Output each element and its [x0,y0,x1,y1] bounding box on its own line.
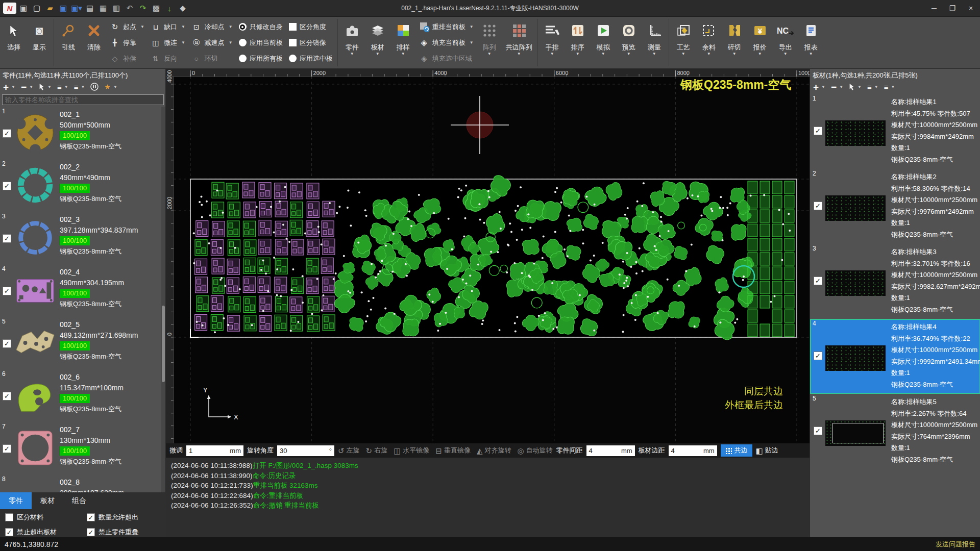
remove-button[interactable]: −▼ [21,82,33,92]
sheet-margin-input[interactable]: 4mm [669,445,717,456]
dropdown-arrow-icon[interactable]: ▼ [113,85,117,89]
part-checkbox[interactable]: ✓ [3,392,11,400]
fine-tune-input[interactable]: 1mm [186,445,243,456]
align-rotate-button[interactable]: ◭对齐旋转 [477,446,511,455]
add-button[interactable]: +▼ [813,82,825,92]
checkbox-icon[interactable] [289,23,297,31]
dropdown-arrow-icon[interactable]: ▼ [229,24,233,29]
pause-button[interactable] [90,83,99,91]
report-problem-link[interactable]: 发送问题报告 [936,540,975,549]
save-as-icon[interactable]: ▣▾ [70,2,83,14]
ribbon-item-应用选中板[interactable]: 应用选中板 [289,51,333,66]
radio-off-icon[interactable] [289,55,297,62]
common-edge-button[interactable]: 共边 [721,444,752,457]
ribbon-item-区分角度[interactable]: 区分角度 [289,19,333,34]
ribbon-item-缺口[interactable]: ⊔缺口▼ [151,19,185,34]
export-config-icon[interactable]: ▤ [84,2,96,14]
rotate-left-button[interactable]: ↺左旋 [338,446,360,455]
ribbon-item-环切[interactable]: ○环切 [191,51,233,66]
ribbon-button-quote[interactable]: ¥报价▼ [747,17,773,68]
nesting-canvas[interactable]: 0200040006000800010000400020000YX 钢板Q235… [166,69,810,443]
image-icon[interactable]: ▦ [97,2,109,14]
option-checkbox[interactable]: ✓ [87,528,95,536]
ribbon-item-冷却点[interactable]: ⊡冷却点▼ [191,19,233,34]
undo-icon[interactable]: ↶ [124,2,136,14]
option-checkbox[interactable]: ✓ [5,528,13,536]
dropdown-arrow-icon[interactable]: ▼ [470,24,474,29]
sheet-checkbox[interactable]: ✓ [814,202,822,210]
ribbon-button-sort[interactable]: 排序▼ [565,17,591,68]
open-folder-icon[interactable]: ▰ [44,2,56,14]
stamp-icon[interactable]: ◆ [177,2,189,14]
radio-off-icon[interactable] [239,39,247,46]
part-list-item[interactable]: 2✓002_2490mm*490mm100/100钢板Q235-8mm-空气 [0,159,166,212]
ribbon-button-preview[interactable]: 预览▼ [616,17,642,68]
part-search-input[interactable] [2,94,164,105]
database-icon[interactable]: ▥ [110,2,122,14]
sheet-checkbox[interactable]: ✓ [814,427,822,435]
part-list-item[interactable]: 8✓002_8300mm*107.639mm100/100钢板Q235-8mm-… [0,474,166,492]
part-list-item[interactable]: 3✓002_3397.128mm*394.837mm100/100钢板Q235-… [0,212,166,264]
rotate-angle-input[interactable]: 30° [277,445,334,456]
sheet-list-item[interactable]: 3✓名称:排样结果3利用率:32.701% 零件数:16板材尺寸:10000mm… [810,244,980,319]
ribbon-item-减速点[interactable]: ⓐ减速点▼ [191,35,233,50]
ribbon-item-微连[interactable]: ◫微连▼ [151,35,185,50]
ribbon-item-应用当前板[interactable]: 应用当前板 [239,35,283,50]
option-禁止零件重叠[interactable]: ✓禁止零件重叠 [87,527,166,537]
option-区分材料[interactable]: 区分材料 [5,512,87,522]
mirror-vertical-button[interactable]: ⊟垂直镜像 [435,446,471,455]
dropdown-arrow-icon[interactable]: ▼ [11,85,15,89]
ribbon-button-manual-nest[interactable]: 手排▼ [540,17,565,68]
ribbon-item-起点[interactable]: ↻起点▼ [110,19,144,34]
sheet-checkbox[interactable]: ✓ [814,352,822,360]
sort-button[interactable]: ≡▼ [57,83,68,91]
ribbon-item-反向[interactable]: ⇅反向 [151,51,185,66]
screen-icon[interactable]: ▣ [17,2,30,14]
ribbon-button-simulate[interactable]: 模拟▼ [591,17,616,68]
option-checkbox[interactable]: ✓ [87,513,95,521]
dropdown-arrow-icon[interactable]: ▼ [81,85,85,89]
part-gap-input[interactable]: 4mm [586,445,635,456]
ribbon-button-cursor[interactable]: 选择 [1,17,27,68]
minimize-button[interactable]: ─ [925,0,943,16]
ribbon-item-填充当前板[interactable]: ◈填充当前板▼ [419,35,474,50]
dropdown-arrow-icon[interactable]: ▼ [181,40,185,45]
auto-rotate-button[interactable]: ◎自动旋转 [517,446,552,455]
ribbon-button-clear[interactable]: 清除 [81,17,107,68]
option-数量允许超出[interactable]: ✓数量允许超出 [87,512,166,522]
restore-button[interactable]: ❐ [943,0,962,16]
select-button[interactable]: ▼ [849,83,862,91]
ribbon-item-区分镜像[interactable]: 区分镜像 [289,35,333,50]
option-禁止超出板材[interactable]: ✓禁止超出板材 [5,527,87,537]
dropdown-arrow-icon[interactable]: ▼ [470,40,474,45]
dropdown-arrow-icon[interactable]: ▼ [29,85,33,89]
settings-button[interactable]: ★▼ [104,83,117,90]
list-button[interactable]: ≡▼ [74,83,85,91]
ribbon-button-lead[interactable]: 引线 [56,17,81,68]
ribbon-button-remnant[interactable]: 余料▼ [696,17,722,68]
tab-板材[interactable]: 板材 [32,492,63,509]
dropdown-arrow-icon[interactable]: ▼ [140,24,144,29]
part-list-item[interactable]: 6✓002_6115.347mm*100mm100/100钢板Q235-8mm-… [0,369,166,422]
dropdown-arrow-icon[interactable]: ▼ [839,85,843,89]
radio-on-icon[interactable] [239,23,247,31]
part-list-item[interactable]: 4✓002_4490mm*304.195mm100/100钢板Q235-8mm-… [0,264,166,317]
ribbon-item-补偿[interactable]: ◇补偿 [110,51,144,66]
dropdown-arrow-icon[interactable]: ▼ [821,85,825,89]
snap-edge-button[interactable]: ◧ 贴边 [756,446,778,455]
sheet-checkbox[interactable]: ✓ [814,277,822,285]
import-icon[interactable]: ↓ [163,2,176,14]
ribbon-button-export-nc[interactable]: NC导出▼ [773,17,798,68]
sheet-list-item[interactable]: 2✓名称:排样结果2利用率:58.306% 零件数:14板材尺寸:10000mm… [810,169,980,244]
ribbon-button-report[interactable]: 报表▼ [798,17,824,68]
part-checkbox[interactable]: ✓ [3,339,11,348]
ribbon-button-display[interactable]: ◙显示 [27,17,52,68]
ribbon-item-只修改自身[interactable]: 只修改自身 [239,19,283,34]
sheet-checkbox[interactable]: ✓ [814,127,822,135]
dropdown-arrow-icon[interactable]: ▼ [181,24,185,29]
ribbon-button-scrap-cut[interactable]: 碎切▼ [722,17,747,68]
ribbon-button-array[interactable]: 阵列▼ [477,17,502,68]
part-checkbox[interactable]: ✓ [3,182,11,190]
dropdown-arrow-icon[interactable]: ▼ [874,85,878,89]
layers-icon[interactable]: ▩ [150,2,162,14]
